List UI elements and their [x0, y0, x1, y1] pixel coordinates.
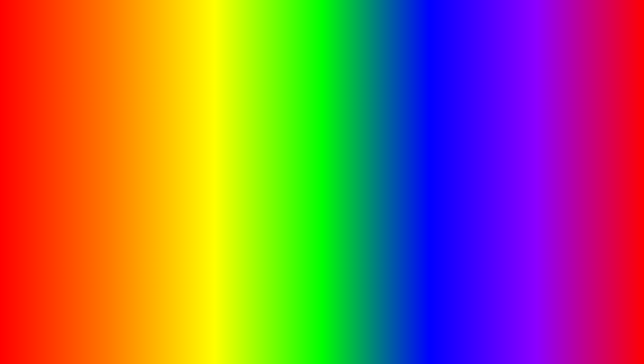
farm-level-icon: 🔧 [278, 143, 282, 148]
skull-icon: 💀 [560, 304, 585, 328]
kill-boss-icon: 🔧 [270, 173, 275, 178]
gamepad-icon: 🎮 [234, 132, 239, 136]
farm-nearest-text: | Auto Farm Nearest [284, 153, 320, 157]
logo-blox-text: BLox [496, 309, 565, 329]
farm-level-toggle[interactable] [373, 142, 385, 148]
crown-icon: 👑 [234, 160, 239, 164]
sidebar-item-quest-item[interactable]: 🎯 | Quest-Item [230, 148, 273, 157]
sidebar-item-status-hop[interactable]: ⚡ | Status-Hop [230, 139, 273, 148]
farm-nearest-icon: 🔧 [278, 153, 282, 157]
gui-section-title: [ Main Farm | General ] [276, 111, 386, 119]
star-1: ★ [146, 193, 164, 216]
gui-title-text: MTriet Hub | Blox Fruits [discord.gg/mFz… [234, 102, 324, 107]
gear-icon: ⚙️ [234, 169, 239, 174]
sidebar-item-necessary[interactable]: 🎮 | Necessary [230, 129, 273, 139]
star-3: ★ [129, 216, 147, 240]
weapon-text: | Select Weapon [284, 133, 314, 138]
gui-row-spawn: 🔧 | Auto Set Spawn Point [276, 121, 386, 131]
main-content: BLOX FRUITS ★ ★ ★ MTriet Hub | Blox Frui… [3, 3, 641, 361]
farm-level-text: | Auto Farm Level [284, 143, 316, 148]
spawn-icon: 🔧 [278, 124, 282, 128]
gui-row-farm-level: 🔧 | Auto Farm Level [276, 141, 386, 150]
kill-boss-text: | Auto Kill Law Boss [277, 171, 312, 177]
auto-text: AUTO [23, 317, 110, 351]
gui-row-weapon: 🔧 | Select Weapon Melee [276, 131, 386, 141]
weapon-selector[interactable]: Melee [362, 133, 385, 139]
weapon-icon: 🔧 [278, 134, 282, 138]
star-2: ★ [166, 210, 184, 233]
sword-icon: ⚔️ [234, 188, 239, 192]
weapon-label: 🔧 | Select Weapon [278, 133, 314, 138]
blox-fruits-logo: BLox FRUITS 💀 [496, 309, 565, 348]
logo-fruits-text: FRUITS [496, 329, 565, 348]
sidebar-item-information[interactable]: 👤 | Information [230, 111, 273, 120]
target-icon: 🎯 [234, 150, 239, 155]
gui-shortcut: [RightControl] [363, 103, 386, 107]
main-title: BLOX FRUITS [3, 13, 641, 79]
script-text: SCRIPT [211, 317, 325, 351]
farm-text: FARM [116, 317, 204, 351]
pastebin-text: PASTEBIN [332, 317, 487, 351]
spawn-text: | Auto Set Spawn Point [284, 124, 325, 128]
person-icon: 👤 [234, 113, 239, 118]
home-icon: 🏠 [234, 122, 239, 127]
start-raid-label: Start Raid Law Boss [317, 193, 357, 200]
dungeon-icon: 🎪 [234, 178, 239, 183]
farm-nearest-label: 🔧 | Auto Farm Nearest [278, 153, 320, 157]
bolt-icon: ⚡ [234, 141, 239, 146]
spawn-toggle[interactable] [373, 123, 385, 129]
spawn-label: 🔧 | Auto Set Spawn Point [278, 124, 325, 128]
sidebar-item-general[interactable]: 🏠 | General [230, 120, 273, 129]
sidebar-item-race-v4[interactable]: 👑 | Race V4 [230, 157, 273, 167]
farm-level-label: 🔧 | Auto Farm Level [278, 143, 316, 148]
gui-title-bar: MTriet Hub | Blox Fruits [discord.gg/mFz… [230, 100, 389, 109]
pin-icon: 📍 [234, 197, 239, 202]
kill-boss-label: 🔧 | Auto Kill Law Boss [270, 171, 312, 178]
